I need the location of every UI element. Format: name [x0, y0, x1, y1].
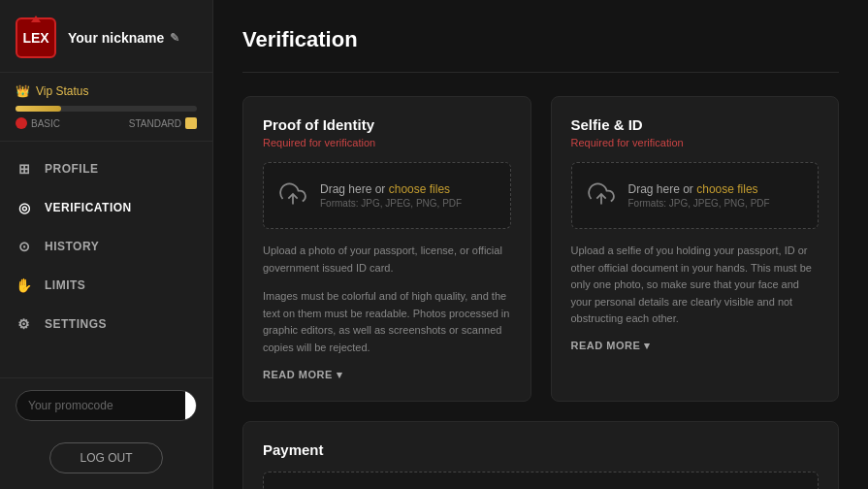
proof-read-more-button[interactable]: READ MORE ▾	[263, 369, 342, 381]
proof-desc2: Images must be colorful and of high qual…	[263, 288, 511, 356]
history-icon: ⊙	[16, 238, 33, 255]
proof-title: Proof of Identity	[263, 116, 511, 133]
vip-progress-bar	[16, 106, 197, 112]
sidebar-profile: LEX Your nickname ✎	[0, 0, 212, 73]
vip-progress-fill	[16, 106, 61, 112]
payment-card: Payment Drag here or choose files Format…	[242, 421, 839, 489]
nav-item-limits[interactable]: ✋ LIMITS	[0, 266, 212, 305]
divider	[242, 72, 839, 73]
promo-input-wrap: APPLY	[16, 390, 197, 421]
crown-icon: 👑	[16, 84, 30, 98]
proof-upload-text: Drag here or choose files	[320, 182, 462, 196]
proof-required: Required for verification	[263, 137, 511, 148]
basic-icon	[16, 117, 27, 129]
main-content: Verification Proof of Identity Required …	[213, 0, 868, 489]
nav-label-verification: VERIFICATION	[45, 201, 132, 214]
selfie-upload-text: Drag here or choose files	[628, 182, 770, 196]
sidebar: LEX Your nickname ✎ 👑 Vip Status BASIC S…	[0, 0, 213, 489]
vip-levels: BASIC STANDARD	[16, 117, 197, 129]
limits-icon: ✋	[16, 277, 33, 294]
vip-label: 👑 Vip Status	[16, 84, 197, 98]
selfie-upload-formats: Formats: JPG, JPEG, PNG, PDF	[628, 198, 770, 209]
nav-item-history[interactable]: ⊙ HISTORY	[0, 227, 212, 266]
standard-icon	[185, 117, 197, 129]
nickname-text: Your nickname	[68, 30, 164, 46]
nav-label-settings: SETTINGS	[45, 317, 107, 331]
profile-icon: ⊞	[16, 160, 33, 178]
selfie-chevron-down-icon: ▾	[644, 340, 651, 352]
nickname-wrap: Your nickname ✎	[68, 30, 179, 46]
promo-apply-button[interactable]: APPLY	[185, 391, 197, 420]
logout-button[interactable]: LOG OUT	[49, 442, 162, 473]
nav-label-history: HISTORY	[45, 240, 99, 253]
nav-label-profile: PROFILE	[45, 162, 99, 176]
chevron-down-icon: ▾	[337, 369, 343, 381]
selfie-upload-zone[interactable]: Drag here or choose files Formats: JPG, …	[571, 162, 820, 229]
payment-title: Payment	[263, 441, 819, 458]
verification-cards-row: Proof of Identity Required for verificat…	[242, 96, 839, 402]
vip-section: 👑 Vip Status BASIC STANDARD	[0, 73, 212, 142]
page-title: Verification	[242, 27, 839, 52]
vip-level-basic: BASIC	[16, 117, 60, 129]
payment-upload-zone[interactable]: Drag here or choose files Formats: JPG, …	[263, 472, 819, 489]
promo-input[interactable]	[16, 391, 185, 420]
proof-upload-formats: Formats: JPG, JPEG, PNG, PDF	[320, 198, 462, 209]
upload-cloud-icon	[279, 180, 306, 211]
nav-item-verification[interactable]: ◎ VERIFICATION	[0, 188, 212, 227]
selfie-desc1: Upload a selfie of you holding your pass…	[571, 243, 820, 328]
settings-icon: ⚙	[16, 315, 33, 333]
avatar: LEX	[16, 17, 56, 58]
nav-item-settings[interactable]: ⚙ SETTINGS	[0, 305, 212, 343]
vip-level-standard: STANDARD	[129, 117, 197, 129]
proof-upload-zone[interactable]: Drag here or choose files Formats: JPG, …	[263, 162, 511, 229]
proof-of-identity-card: Proof of Identity Required for verificat…	[242, 96, 531, 402]
selfie-title: Selfie & ID	[571, 116, 820, 133]
nav-item-profile[interactable]: ⊞ PROFILE	[0, 149, 212, 188]
selfie-choose-files-link[interactable]: choose files	[696, 182, 757, 196]
selfie-upload-cloud-icon	[588, 180, 615, 211]
selfie-read-more-button[interactable]: READ MORE ▾	[571, 340, 651, 352]
nav-label-limits: LIMITS	[45, 278, 85, 292]
proof-choose-files-link[interactable]: choose files	[389, 182, 450, 196]
logout-wrap: LOG OUT	[0, 433, 212, 489]
proof-desc1: Upload a photo of your passport, license…	[263, 243, 511, 277]
selfie-id-card: Selfie & ID Required for verification Dr…	[551, 96, 840, 402]
edit-icon[interactable]: ✎	[170, 31, 179, 45]
sidebar-nav: ⊞ PROFILE ◎ VERIFICATION ⊙ HISTORY ✋ LIM…	[0, 142, 212, 377]
promo-section: APPLY	[0, 377, 212, 433]
verification-icon: ◎	[16, 199, 33, 216]
selfie-required: Required for verification	[571, 137, 820, 148]
